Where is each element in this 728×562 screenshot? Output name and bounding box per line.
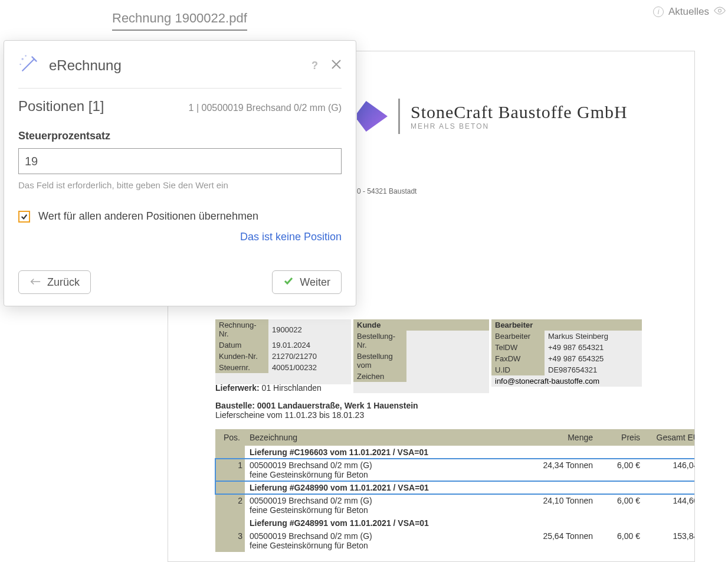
- company-name: StoneCraft Baustoffe GmbH: [411, 102, 628, 122]
- apply-all-label: Wert für allen anderen Positionen überne…: [38, 210, 258, 223]
- back-button[interactable]: Zurück: [18, 270, 91, 294]
- arrow-left-icon: [29, 276, 41, 289]
- baustelle: Baustelle: 0001 Landauerstraße, Werk 1 H…: [215, 401, 418, 420]
- company-header: StoneCraft Baustoffe GmbH Mehr als Beton: [357, 99, 628, 134]
- delivery-header: Lieferung #G248990 vom 11.01.2021 / VSA=…: [215, 481, 695, 494]
- wand-icon: [18, 54, 40, 77]
- erechnung-modal: eRechnung ? Positionen [1] 1 | 00500019 …: [4, 40, 356, 306]
- company-logo-mark: [357, 101, 388, 132]
- positions-title: Positionen [1]: [18, 98, 104, 115]
- close-icon[interactable]: [331, 59, 342, 72]
- next-button[interactable]: Weiter: [272, 270, 342, 294]
- company-tagline: Mehr als Beton: [411, 122, 628, 130]
- svg-point-3: [19, 64, 21, 66]
- info-icon[interactable]: i: [653, 6, 664, 17]
- tax-rate-label: Steuerprozentsatz: [18, 130, 342, 142]
- eye-icon[interactable]: [714, 5, 726, 19]
- modal-title: eRechnung: [49, 57, 122, 74]
- check-icon: [283, 276, 294, 289]
- item-row: 3 00500019 Brechsand 0/2 mm (G)feine Ges…: [215, 530, 695, 552]
- item-row: 2 00500019 Brechsand 0/2 mm (G)feine Ges…: [215, 494, 695, 517]
- svg-point-0: [719, 9, 722, 12]
- topbar: Rechnung 1900022.pdf i Aktuelles: [0, 0, 728, 35]
- item-row: 1 00500019 Brechsand 0/2 mm (G)feine Ges…: [215, 459, 695, 481]
- apply-all-checkbox[interactable]: [18, 211, 30, 223]
- svg-point-1: [21, 58, 24, 60]
- tax-rate-input[interactable]: [18, 148, 342, 174]
- help-icon[interactable]: ?: [311, 60, 318, 72]
- field-hint: Das Feld ist erforderlich, bitte geben S…: [18, 180, 342, 190]
- delivery-header: Lieferung #C196603 vom 11.01.2021 / VSA=…: [215, 446, 695, 459]
- delivery-header: Lieferung #G248991 vom 11.01.2021 / VSA=…: [215, 517, 695, 530]
- topbar-actions: i Aktuelles: [653, 5, 726, 19]
- news-label[interactable]: Aktuelles: [668, 6, 709, 18]
- not-position-link[interactable]: Das ist keine Position: [240, 231, 342, 243]
- positions-subtitle: 1 | 00500019 Brechsand 0/2 mm (G): [189, 103, 342, 113]
- address-fragment: 0 - 54321 Baustadt: [357, 187, 417, 195]
- lieferwerk: Lieferwerk: 01 Hirschlanden: [215, 383, 322, 393]
- logo-divider: [398, 99, 400, 134]
- items-table: Pos. Bezeichnung Menge Preis Gesamt EUR …: [215, 429, 695, 552]
- page-title: Rechnung 1900022.pdf: [112, 11, 247, 31]
- meta-tables: Rechnung-Nr.1900022Datum19.01.2024Kunden…: [215, 319, 693, 393]
- svg-point-2: [25, 55, 27, 57]
